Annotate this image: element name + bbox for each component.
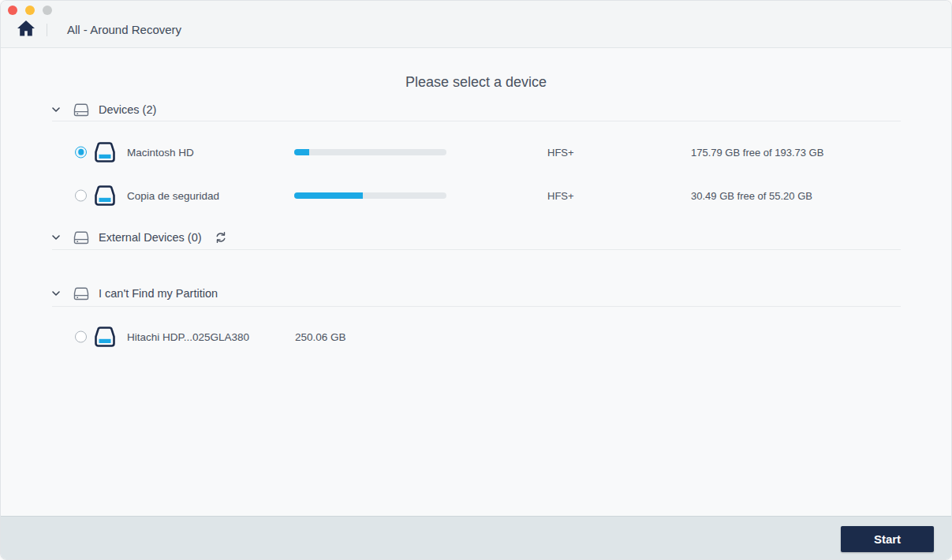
free-space-label: 175.79 GB free of 193.73 GB	[691, 146, 823, 158]
disk-icon	[92, 326, 118, 348]
device-row-copia-de-seguridad[interactable]: Copia de seguridad HFS+ 30.49 GB free of…	[1, 174, 951, 217]
section-partition-label: I can't Find my Partition	[99, 287, 218, 300]
titlebar: All - Around Recovery	[1, 1, 951, 48]
usage-progress-bar	[294, 192, 446, 199]
chevron-down-icon[interactable]	[52, 107, 62, 112]
hard-drive-icon	[73, 231, 89, 245]
app-window: All - Around Recovery Please select a de…	[0, 0, 952, 560]
device-row-hitachi[interactable]: Hitachi HDP...025GLA380 250.06 GB	[1, 315, 951, 358]
chevron-down-icon[interactable]	[52, 235, 62, 240]
free-space-label: 30.49 GB free of 55.20 GB	[691, 189, 812, 201]
window-controls	[8, 6, 52, 15]
device-name: Copia de seguridad	[127, 189, 219, 201]
usage-progress-bar	[294, 149, 446, 155]
chevron-down-icon[interactable]	[52, 291, 62, 296]
section-devices-header[interactable]: Devices (2)	[1, 99, 951, 121]
section-devices-label: Devices (2)	[99, 103, 156, 116]
footer-bar: Start	[1, 516, 951, 559]
minimize-window-button[interactable]	[25, 6, 35, 15]
titlebar-divider	[47, 24, 47, 36]
main-content: Please select a device Devices (2)	[1, 49, 951, 517]
disk-icon	[92, 141, 118, 163]
section-divider	[52, 306, 901, 307]
section-partition-header[interactable]: I can't Find my Partition	[1, 282, 951, 304]
hard-drive-icon	[73, 103, 89, 117]
filesystem-label: HFS+	[547, 146, 574, 158]
section-external-devices-label: External Devices (0)	[99, 231, 202, 244]
close-window-button[interactable]	[8, 6, 17, 15]
device-size-label: 250.06 GB	[295, 330, 346, 342]
page-title: All - Around Recovery	[67, 23, 181, 36]
section-external-devices-header[interactable]: External Devices (0)	[1, 226, 951, 248]
device-row-macintosh-hd[interactable]: Macintosh HD HFS+ 175.79 GB free of 193.…	[1, 130, 951, 174]
start-button[interactable]: Start	[841, 526, 934, 552]
device-name: Hitachi HDP...025GLA380	[127, 330, 249, 342]
radio-button[interactable]	[75, 146, 87, 158]
refresh-icon[interactable]	[215, 231, 228, 245]
section-divider	[52, 121, 901, 121]
section-divider	[52, 249, 901, 250]
radio-button[interactable]	[75, 330, 87, 342]
hard-drive-icon	[73, 287, 89, 301]
disk-icon	[92, 185, 118, 207]
filesystem-label: HFS+	[547, 189, 574, 201]
zoom-window-button[interactable]	[43, 6, 52, 15]
device-name: Macintosh HD	[127, 146, 194, 158]
radio-button[interactable]	[75, 189, 87, 201]
page-heading: Please select a device	[1, 74, 951, 91]
home-icon[interactable]	[17, 20, 35, 37]
